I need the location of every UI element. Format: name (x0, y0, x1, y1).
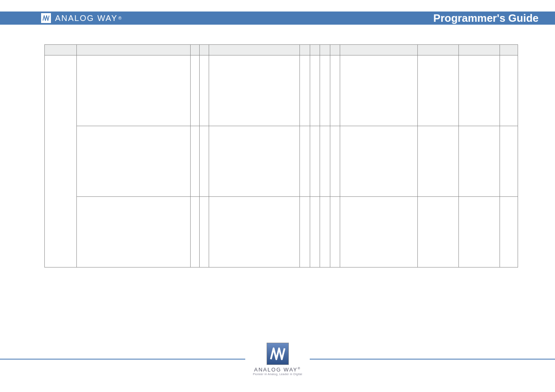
footer-brand: ANALOG WAY® (253, 367, 302, 373)
th-resp (209, 45, 300, 55)
cell (191, 126, 200, 197)
cell (458, 55, 500, 126)
cell (300, 197, 310, 267)
cell (320, 197, 330, 267)
cell (191, 55, 200, 126)
footer-line-left (0, 359, 245, 360)
brand-registered: ® (118, 16, 121, 21)
th-d2 (310, 45, 320, 55)
cell (76, 197, 190, 267)
cell (300, 126, 310, 197)
cell (76, 126, 190, 197)
footer-reg: ® (298, 367, 301, 370)
footer: ANALOG WAY® Pioneer in Analog, Leader in… (0, 343, 555, 376)
th-d3 (320, 45, 330, 55)
cell (340, 55, 418, 126)
th-rw (191, 45, 200, 55)
footer-line-right (310, 359, 555, 360)
cell (330, 126, 340, 197)
cell (320, 55, 330, 126)
cell (200, 197, 209, 267)
cell (310, 55, 320, 126)
cell (76, 55, 190, 126)
footer-logo: ANALOG WAY® Pioneer in Analog, Leader in… (253, 343, 302, 376)
th-min (417, 45, 458, 55)
table-row (45, 126, 518, 197)
cell (417, 197, 458, 267)
cell (310, 126, 320, 197)
cell (320, 126, 330, 197)
cell (310, 197, 320, 267)
cell (500, 197, 518, 267)
footer-tagline: Pioneer in Analog, Leader in Digital (253, 373, 302, 376)
cell (200, 55, 209, 126)
cell (340, 197, 418, 267)
cell (500, 126, 518, 197)
th-d1 (300, 45, 310, 55)
th-group (45, 45, 77, 55)
cell (209, 55, 300, 126)
cell (330, 197, 340, 267)
table-row (45, 197, 518, 267)
cell (340, 126, 418, 197)
brand-logo-icon (41, 13, 51, 23)
th-val (340, 45, 418, 55)
cell (330, 55, 340, 126)
cell (191, 197, 200, 267)
footer-logo-icon (267, 343, 289, 365)
page-title: Programmer's Guide (433, 12, 539, 25)
th-cmd (200, 45, 209, 55)
cell (500, 55, 518, 126)
cell (417, 126, 458, 197)
table-header-row (45, 45, 518, 55)
brand-wrap: ANALOG WAY ® (41, 13, 122, 23)
brand-text: ANALOG WAY (55, 14, 117, 23)
cell (458, 197, 500, 267)
header-bar: ANALOG WAY ® Programmer's Guide (0, 12, 555, 25)
th-d4 (330, 45, 340, 55)
cell (458, 126, 500, 197)
table-row (45, 55, 518, 126)
th-name (76, 45, 190, 55)
th-max (458, 45, 500, 55)
th-def (500, 45, 518, 55)
footer-brand-text: ANALOG WAY (254, 367, 298, 373)
cell (209, 197, 300, 267)
cell (300, 55, 310, 126)
cell (200, 126, 209, 197)
cell (417, 55, 458, 126)
cell-group (45, 55, 77, 267)
command-table (44, 44, 518, 267)
cell (209, 126, 300, 197)
